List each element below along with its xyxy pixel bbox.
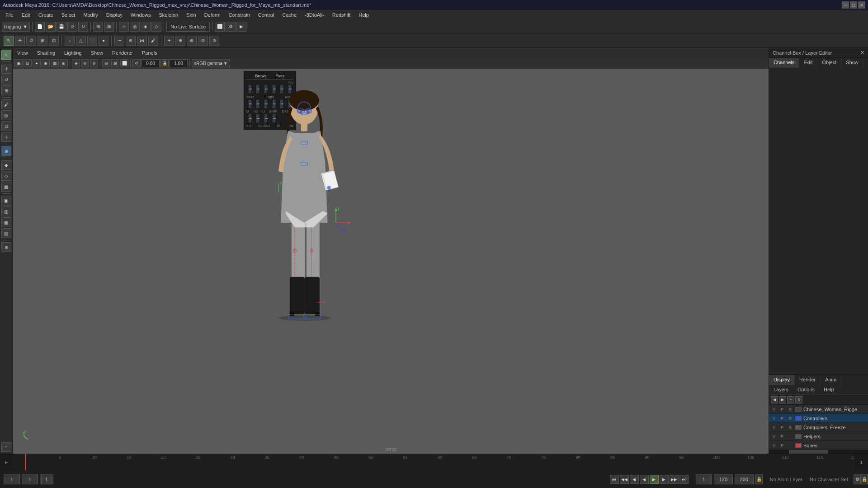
- menu-control[interactable]: Control: [255, 11, 278, 19]
- vp-lock-btn[interactable]: 🔒: [160, 59, 169, 67]
- vp-value2-input[interactable]: 1.00: [170, 59, 188, 67]
- bottom-left-button[interactable]: ≡: [1, 442, 11, 452]
- render-left2-button[interactable]: ▥: [1, 206, 11, 216]
- move-left-button[interactable]: ✛: [1, 64, 11, 74]
- layer-subtab-help[interactable]: Help: [819, 385, 839, 394]
- vp-grid-btn[interactable]: ⊞: [102, 59, 110, 67]
- vp-texture-btn[interactable]: ▦: [51, 59, 59, 67]
- arrow-tool-button[interactable]: ↖: [1, 50, 11, 60]
- layer-r-3[interactable]: R: [787, 425, 793, 430]
- range-start-input[interactable]: 1: [696, 474, 712, 484]
- viewport-menu-panels[interactable]: Panels: [137, 49, 162, 56]
- constraint-button[interactable]: ⊗: [187, 36, 197, 46]
- menu-skeleton[interactable]: Skeleton: [155, 11, 182, 19]
- viewport-3d[interactable]: View Shading Lighting Show Renderer Pane…: [13, 48, 769, 454]
- save-scene-button[interactable]: 💾: [57, 22, 66, 32]
- soft-select-button[interactable]: ⬦: [65, 36, 75, 46]
- minimize-button[interactable]: ─: [842, 1, 849, 9]
- rotate-tool-button[interactable]: ↺: [26, 36, 36, 46]
- layer-r-2[interactable]: R: [787, 416, 793, 421]
- render-button[interactable]: ▶: [236, 22, 246, 32]
- render-view-button[interactable]: ▣: [1, 196, 11, 206]
- menu-3dtoall[interactable]: -3DtoAll-: [301, 11, 328, 19]
- viewport-menu-renderer[interactable]: Renderer: [108, 49, 137, 56]
- new-scene-button[interactable]: 📄: [35, 22, 45, 32]
- play-forward-button[interactable]: ▶: [650, 475, 659, 484]
- comp-left-button[interactable]: ⊡: [1, 121, 11, 131]
- render-region-button[interactable]: ⬜: [215, 22, 225, 32]
- step-back-button[interactable]: ◀◀: [620, 475, 629, 484]
- layer-row-controllers-freeze[interactable]: V P R ╱ Controllers_Freeze: [769, 423, 868, 432]
- vp-sync-btn[interactable]: ↺: [132, 59, 141, 67]
- start-frame-input[interactable]: 1: [22, 474, 38, 484]
- step-forward-button[interactable]: ▶▶: [670, 475, 679, 484]
- layer-tab-anim[interactable]: Anim: [821, 375, 841, 385]
- next-frame-button[interactable]: ▶: [660, 475, 669, 484]
- render-settings-button[interactable]: ⚙: [226, 22, 236, 32]
- wire-button[interactable]: ⊘: [198, 36, 208, 46]
- anim-key2-button[interactable]: ◇: [1, 171, 11, 181]
- playhead[interactable]: [25, 454, 26, 470]
- vp-select-btn[interactable]: ▣: [14, 59, 23, 67]
- menu-select[interactable]: Select: [58, 11, 79, 19]
- range-lock-button[interactable]: 🔒: [755, 474, 763, 484]
- layer-p-1[interactable]: P: [779, 407, 785, 412]
- range-end-input[interactable]: 120: [714, 474, 733, 484]
- layer-add-button[interactable]: +: [787, 396, 794, 404]
- snap-left-button[interactable]: ⊕: [1, 146, 11, 156]
- range-max-input[interactable]: 200: [735, 474, 754, 484]
- rotate-left-button[interactable]: ↺: [1, 75, 11, 84]
- timeline[interactable]: ▶ 0 5 10 15 20 25 30 35 40 45 50 55 60 6…: [0, 454, 868, 470]
- right-panel-scrollbar[interactable]: [769, 450, 868, 454]
- vp-shade2-btn[interactable]: ◉: [42, 59, 50, 67]
- redo-button[interactable]: ↻: [78, 22, 88, 32]
- vp-smooth-btn[interactable]: ⊞: [60, 59, 68, 67]
- anim-key-button[interactable]: ◆: [1, 160, 11, 170]
- layer-p-3[interactable]: P: [779, 425, 785, 430]
- frame-check[interactable]: 1: [40, 474, 53, 484]
- obj-left-button[interactable]: ◎: [1, 110, 11, 120]
- menu-redshift[interactable]: Redshift: [329, 11, 354, 19]
- play-back-button[interactable]: ◀: [640, 475, 649, 484]
- select-button[interactable]: ⊞: [93, 22, 103, 32]
- layer-r-1[interactable]: R: [787, 407, 793, 412]
- tab-channels[interactable]: Channels: [769, 58, 799, 68]
- scale-left-button[interactable]: ⊞: [1, 85, 11, 95]
- tab-object[interactable]: Object: [817, 58, 841, 68]
- layer-v-5[interactable]: V: [771, 443, 777, 448]
- snap-surface-button[interactable]: ◇: [151, 22, 161, 32]
- no-live-surface-button[interactable]: No Live Surface: [166, 22, 210, 32]
- cube-button[interactable]: ⬛: [87, 36, 97, 46]
- blend-shape-button[interactable]: ⊙: [209, 36, 219, 46]
- scale-tool-button[interactable]: ⊞: [38, 36, 47, 46]
- vp-wire-btn[interactable]: ⊡: [24, 59, 32, 67]
- layer-v-3[interactable]: V: [771, 425, 777, 430]
- vp-frame2-btn[interactable]: ⊕: [90, 59, 98, 67]
- menu-constrain[interactable]: Constrain: [225, 11, 254, 19]
- open-scene-button[interactable]: 📂: [46, 22, 56, 32]
- vp-shade-btn[interactable]: ●: [33, 59, 41, 67]
- layer-row-controllers[interactable]: V P R Controllers: [769, 414, 868, 423]
- universal-manip-button[interactable]: ⊡: [49, 36, 59, 46]
- joint-tool-button[interactable]: ⊛: [126, 36, 136, 46]
- paint-left-button[interactable]: 🖌: [1, 99, 11, 109]
- mode-dropdown[interactable]: Rigging ▼: [2, 22, 30, 32]
- lasso-button[interactable]: ⊠: [104, 22, 114, 32]
- menu-display[interactable]: Display: [103, 11, 126, 19]
- polygon-button[interactable]: △: [76, 36, 86, 46]
- render-left4-button[interactable]: ▧: [1, 228, 11, 238]
- go-end-button[interactable]: ⏭: [679, 475, 689, 484]
- layer-v-1[interactable]: V: [771, 407, 777, 412]
- vp-frame-btn[interactable]: ⊛: [81, 59, 89, 67]
- timeline-ruler[interactable]: 0 5 10 15 20 25 30 35 40 45 50 55 60 65 …: [25, 454, 854, 470]
- layer-v-4[interactable]: V: [771, 434, 777, 439]
- layer-prev-button[interactable]: ◀: [771, 396, 778, 404]
- char-set-lock-button[interactable]: 🔒: [861, 474, 868, 484]
- layer-row-helpers[interactable]: V P Helpers: [769, 432, 868, 441]
- misc-left-button[interactable]: ⊛: [1, 242, 11, 252]
- menu-cache[interactable]: Cache: [278, 11, 300, 19]
- vp-gate-btn[interactable]: ⊠: [111, 59, 119, 67]
- layer-row-bones[interactable]: V P Bones: [769, 441, 868, 450]
- layer-subtab-options[interactable]: Options: [793, 385, 819, 394]
- char-set-settings-button[interactable]: ⚙: [854, 474, 861, 484]
